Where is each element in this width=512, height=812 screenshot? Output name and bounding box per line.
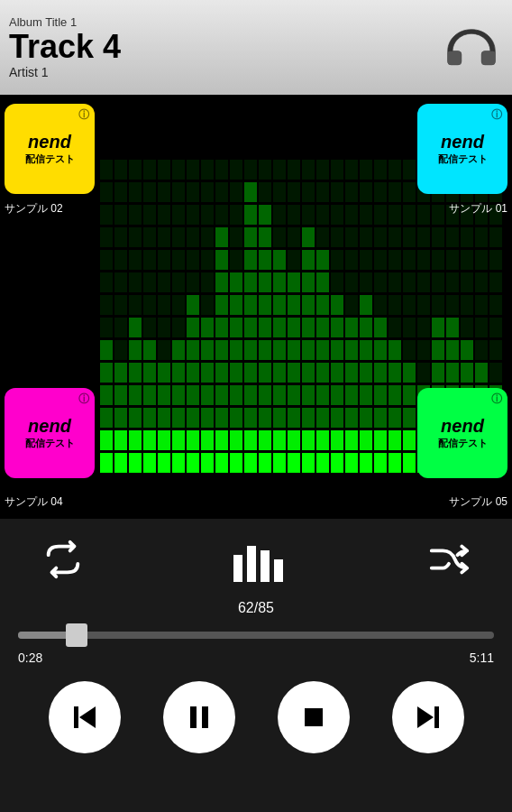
visualizer-area: ⓘ nend 配信テスト サンプル 02 ⓘ nend 配信テスト サンプル 0… [0, 95, 512, 519]
artist-name: Artist 1 [9, 65, 440, 79]
player-controls: 62/85 0:28 5:11 [0, 519, 512, 812]
svg-rect-10 [305, 708, 323, 726]
ad-logo: nend [441, 132, 484, 152]
svg-marker-6 [79, 706, 96, 728]
playback-buttons [18, 681, 494, 753]
ad-sub: 配信テスト [438, 152, 488, 166]
header-text: Album Title 1 Track 4 Artist 1 [9, 15, 440, 79]
shuffle-button[interactable] [422, 532, 476, 586]
ad-sub: 配信テスト [25, 437, 75, 450]
progress-track [18, 632, 494, 639]
svg-rect-7 [74, 706, 78, 728]
svg-rect-5 [274, 559, 283, 582]
ad-top-right-label: サンプル 01 [417, 201, 507, 217]
headphone-icon [440, 16, 503, 79]
total-time: 5:11 [470, 651, 494, 665]
next-button[interactable] [392, 681, 464, 753]
ad-info-icon: ⓘ [78, 107, 89, 123]
svg-rect-12 [434, 706, 439, 728]
ad-logo: nend [441, 416, 484, 437]
pause-button[interactable] [163, 681, 235, 753]
svg-rect-4 [261, 550, 270, 582]
equalizer-button[interactable] [229, 532, 283, 586]
ad-logo: nend [28, 416, 71, 437]
control-icons-row [18, 532, 494, 586]
ad-top-left[interactable]: ⓘ nend 配信テスト [5, 104, 95, 194]
header: Album Title 1 Track 4 Artist 1 [0, 0, 512, 95]
repeat-button[interactable] [36, 532, 90, 586]
ad-bottom-left[interactable]: ⓘ nend 配信テスト [5, 388, 95, 478]
prev-button[interactable] [49, 681, 121, 753]
ad-info-icon: ⓘ [491, 392, 502, 407]
time-row: 0:28 5:11 [18, 651, 494, 665]
ad-info-icon: ⓘ [491, 107, 502, 123]
stop-button[interactable] [278, 681, 350, 753]
ad-bottom-right-label: サンプル 05 [417, 494, 507, 510]
svg-marker-11 [417, 706, 434, 728]
ad-top-left-label: サンプル 02 [5, 201, 63, 217]
current-time: 0:28 [18, 651, 42, 665]
svg-rect-1 [481, 51, 495, 64]
svg-rect-8 [190, 706, 197, 728]
progress-thumb[interactable] [66, 623, 87, 647]
svg-rect-0 [448, 51, 462, 64]
svg-rect-2 [233, 555, 242, 582]
ad-sub: 配信テスト [438, 437, 488, 450]
track-title: Track 4 [9, 29, 440, 65]
album-title: Album Title 1 [9, 15, 440, 29]
ad-top-right[interactable]: ⓘ nend 配信テスト [417, 104, 507, 194]
ad-bottom-left-label: サンプル 04 [5, 494, 63, 510]
ad-sub: 配信テスト [25, 152, 75, 166]
svg-rect-3 [247, 546, 256, 582]
track-counter: 62/85 [238, 600, 274, 616]
ad-info-icon: ⓘ [78, 392, 89, 407]
ad-logo: nend [28, 132, 71, 152]
progress-bar[interactable] [18, 623, 494, 647]
svg-rect-9 [202, 706, 208, 728]
ad-bottom-right[interactable]: ⓘ nend 配信テスト [417, 388, 507, 478]
